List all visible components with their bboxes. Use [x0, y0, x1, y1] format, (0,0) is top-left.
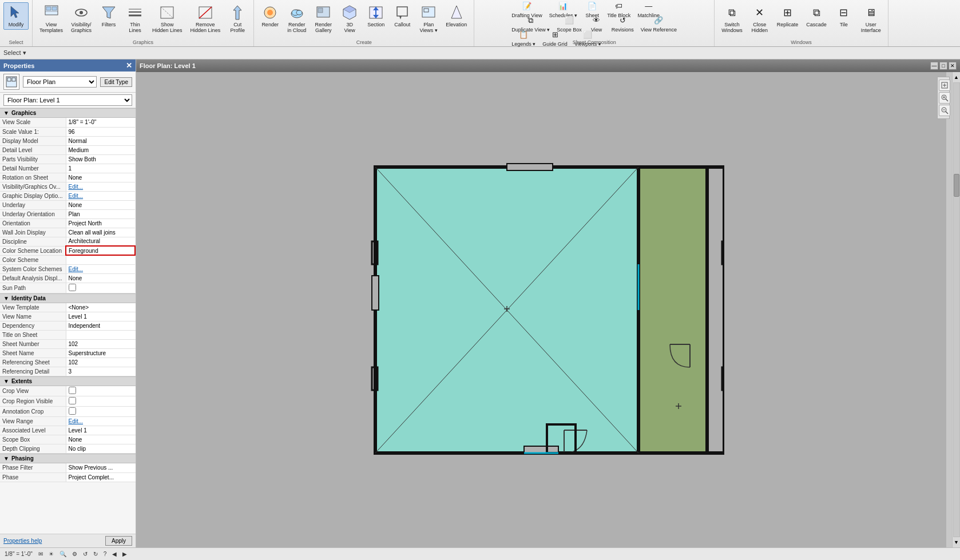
modify-button[interactable]: Modify [3, 2, 29, 30]
properties-close-button[interactable]: ✕ [126, 61, 132, 70]
show-hidden-lines-button[interactable]: ShowHidden Lines [149, 2, 186, 35]
close-hidden-label: CloseHidden [751, 22, 768, 33]
status-icon-undo[interactable]: ↺ [83, 551, 88, 557]
status-icon-back[interactable]: ◀ [112, 551, 117, 557]
render-cloud-button[interactable]: Renderin Cloud [284, 2, 310, 35]
render-cloud-icon [289, 5, 305, 21]
modify-label: Modify [9, 22, 24, 27]
zoom-region-button[interactable] [939, 92, 950, 104]
level-select[interactable]: Floor Plan: Level 1 [3, 94, 132, 106]
callout-icon [394, 5, 410, 21]
render-button[interactable]: Render [257, 2, 283, 30]
graphic-display-options-value[interactable]: Edit... [66, 191, 135, 200]
user-interface-button[interactable]: 🖥 UserInterface [858, 2, 884, 35]
view-template-value[interactable]: <None> [66, 303, 136, 312]
filters-icon [101, 5, 117, 21]
floor-plan-svg[interactable] [358, 150, 724, 470]
3d-view-button[interactable]: 3DView [337, 2, 362, 35]
view-minimize-button[interactable]: — [930, 62, 938, 70]
scroll-up-arrow[interactable]: ▲ [953, 73, 961, 81]
phase-filter-row: Phase Filter Show Previous ... [0, 463, 136, 472]
zoom-fit-button[interactable] [939, 80, 950, 91]
identity-data-section-header[interactable]: ▼ Identity Data [0, 293, 136, 303]
svg-rect-2 [46, 7, 51, 10]
thin-lines-icon [127, 5, 143, 21]
edit-type-button[interactable]: Edit Type [100, 77, 132, 87]
thin-lines-button[interactable]: ThinLines [122, 2, 148, 35]
visibility-graphics-button[interactable]: Visibility/Graphics [68, 2, 95, 35]
guide-grid-icon: ⊞ [549, 29, 561, 41]
graphics-section-header[interactable]: ▼ Graphics [0, 108, 136, 118]
crop-view-value[interactable] [66, 386, 136, 396]
color-scheme-value[interactable] [66, 255, 135, 264]
properties-help-link[interactable]: Properties help [3, 538, 42, 544]
status-scale: 1/8" = 1'-0" [5, 551, 33, 557]
parts-visibility-row: Parts Visibility Show Both [0, 154, 135, 164]
cut-profile-button[interactable]: CutProfile [225, 2, 250, 35]
matchline-icon: — [643, 1, 654, 12]
crop-region-visible-value[interactable] [66, 396, 136, 407]
svg-rect-40 [507, 164, 553, 170]
phase-label: Phase [0, 472, 66, 482]
phase-value: Project Complet... [66, 472, 136, 482]
scroll-thumb[interactable] [954, 174, 959, 197]
toolbar-group-sheet-composition: 📝 Drafting View 📊 Schedules ▾ 📄 Sheet 🏷 … [474, 0, 715, 46]
status-icon-forward[interactable]: ▶ [122, 551, 127, 557]
status-icon-gear: ⚙ [72, 551, 77, 557]
view-range-value[interactable]: Edit... [66, 417, 136, 426]
cascade-button[interactable]: ⧉ Cascade [803, 2, 830, 30]
phasing-section-header[interactable]: ▼ Phasing [0, 454, 136, 463]
detail-level-row: Detail Level Medium [0, 145, 135, 154]
extents-section-header[interactable]: ▼ Extents [0, 376, 136, 386]
visibility-graphics-overrides-value[interactable]: Edit... [66, 182, 135, 191]
system-color-schemes-value[interactable]: Edit... [66, 264, 135, 273]
zoom-out-button[interactable] [939, 105, 950, 116]
sun-path-checkbox[interactable] [69, 284, 76, 291]
status-icon-help[interactable]: ? [104, 551, 107, 557]
referencing-sheet-label: Referencing Sheet [0, 358, 66, 367]
tile-button[interactable]: ⊟ Tile [831, 2, 856, 30]
scope-box-icon: ⬜ [564, 15, 575, 26]
sun-path-value[interactable] [66, 283, 135, 293]
apply-button[interactable]: Apply [105, 536, 132, 546]
sheet-name-label: Sheet Name [0, 349, 66, 358]
depth-clipping-label: Depth Clipping [0, 444, 66, 454]
graphic-display-options-label: Graphic Display Optio... [0, 191, 66, 200]
scroll-track[interactable] [953, 82, 960, 537]
remove-hidden-lines-button[interactable]: RemoveHidden Lines [187, 2, 224, 35]
view-range-label: View Range [0, 417, 66, 426]
annotation-crop-checkbox[interactable] [69, 407, 76, 415]
system-color-schemes-label: System Color Schemes [0, 264, 66, 273]
floor-plan-type-select[interactable]: Floor Plan [23, 76, 97, 88]
annotation-crop-value[interactable] [66, 407, 136, 417]
scale-value-value: 96 [66, 127, 135, 136]
render-gallery-button[interactable]: RenderGallery [311, 2, 336, 35]
view-close-button[interactable]: ✕ [949, 62, 957, 70]
replicate-button[interactable]: ⊞ Replicate [773, 2, 802, 30]
color-scheme-location-value[interactable]: Foreground [66, 246, 135, 255]
filters-button[interactable]: Filters [96, 2, 121, 30]
identity-data-table: View Template <None> View Name Level 1 D… [0, 303, 136, 377]
referencing-detail-value: 3 [66, 367, 136, 376]
toolbar-group-graphics: ViewTemplates Visibility/Graphics Fil [33, 0, 254, 46]
visibility-graphics-icon [73, 5, 89, 21]
close-hidden-button[interactable]: ✕ CloseHidden [747, 2, 772, 35]
view-templates-button[interactable]: ViewTemplates [36, 2, 66, 35]
elevation-button[interactable]: Elevation [442, 2, 470, 30]
plan-views-button[interactable]: PlanViews ▾ [416, 2, 441, 35]
cut-profile-icon [229, 5, 245, 21]
crop-view-checkbox[interactable] [69, 387, 76, 394]
view-scale-value[interactable]: 1/8" = 1'-0" [66, 118, 135, 127]
view-maximize-button[interactable]: □ [939, 62, 947, 70]
scroll-down-arrow[interactable]: ▼ [953, 538, 961, 546]
select-bar: Select ▾ [0, 47, 960, 59]
status-icon-redo[interactable]: ↻ [93, 551, 98, 557]
crop-region-visible-checkbox[interactable] [69, 397, 76, 404]
callout-button[interactable]: Callout [390, 2, 415, 30]
referencing-detail-row: Referencing Detail 3 [0, 367, 136, 376]
windows-group-label: Windows [715, 39, 888, 45]
section-button[interactable]: Section [363, 2, 388, 30]
switch-windows-button[interactable]: ⧉ SwitchWindows [718, 2, 746, 35]
duplicate-view-icon: ⧉ [525, 15, 537, 26]
select-bar-label[interactable]: Select ▾ [3, 49, 26, 57]
